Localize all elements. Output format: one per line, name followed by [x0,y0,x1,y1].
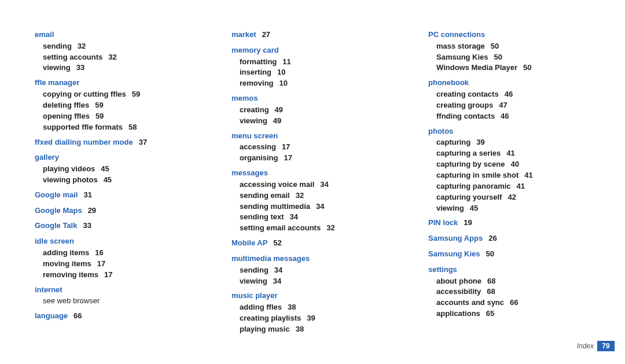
page-ref: 19 [464,218,472,227]
index-subentry[interactable]: copying or cutting ffles59 [35,89,197,100]
index-heading-text: photos [428,127,453,135]
index-heading[interactable]: settings [428,264,590,276]
index-heading[interactable]: gallery [35,152,197,164]
index-subentry[interactable]: capturing in smile shot41 [428,170,590,181]
index-subentry[interactable]: capturing panoramic41 [428,181,590,192]
index-heading[interactable]: PIN lock19 [428,217,590,229]
index-heading-text: phonebook [428,78,469,87]
index-subentry-text: formatting [240,57,277,66]
page-ref: 38 [296,325,304,333]
index-subentry[interactable]: creating playlists39 [231,313,394,324]
index-heading[interactable]: messages [231,167,394,179]
page-ref: 10 [277,68,285,76]
index-heading[interactable]: Google Talk33 [35,220,197,232]
index-subentry[interactable]: capturing a series41 [428,148,590,159]
index-subentry[interactable]: playing videos45 [35,164,197,175]
index-subentry[interactable]: Samsung Kies50 [428,52,590,63]
page-ref: 65 [486,309,494,318]
index-heading[interactable]: Samsung Kies50 [428,248,590,260]
index-subentry[interactable]: formatting11 [231,57,394,68]
index-subentry[interactable]: about phone68 [428,276,590,287]
page-ref: 59 [95,101,103,109]
index-heading[interactable]: email [35,29,197,41]
index-heading[interactable]: ffxed dialling number mode37 [35,137,197,149]
page-ref: 39 [476,138,484,146]
index-heading[interactable]: Mobile AP52 [231,237,394,249]
index-subentry[interactable]: accessing voice mail34 [231,179,394,190]
index-heading-text: Google Maps [35,206,82,215]
page-ref: 32 [296,191,304,200]
index-subentry[interactable]: organising17 [231,153,394,164]
index-heading[interactable]: phonebook [428,77,590,89]
index-subentry[interactable]: removing10 [231,78,394,89]
page-ref: 50 [523,63,531,72]
index-heading[interactable]: memory card [231,45,394,57]
index-subentry-text: copying or cutting ffles [43,90,126,98]
index-subentry[interactable]: setting accounts32 [35,52,197,63]
index-subentry[interactable]: viewing34 [231,276,394,287]
index-subentry[interactable]: sending text34 [231,212,394,223]
index-subentry[interactable]: viewing photos45 [35,175,197,186]
index-note: see web browser [35,296,197,307]
index-subentry[interactable]: viewing33 [35,62,197,73]
index-subentry-text: sending [43,42,72,50]
page-ref: 34 [273,277,281,285]
page-ref: 42 [508,193,516,201]
index-heading[interactable]: Google mail31 [35,189,197,201]
index-subentry[interactable]: sending multimedia34 [231,201,394,212]
index-subentry[interactable]: setting email accounts32 [231,223,394,234]
index-subentry[interactable]: adding items16 [35,248,197,259]
index-subentry[interactable]: sending email32 [231,190,394,201]
index-subentry[interactable]: viewing49 [231,116,394,127]
index-heading-text: PC connections [428,30,485,39]
index-subentry[interactable]: opening ffles59 [35,111,197,122]
index-heading[interactable]: language66 [35,310,197,322]
index-subentry[interactable]: creating49 [231,105,394,116]
index-heading[interactable]: music player [231,290,394,302]
index-subentry-text: viewing [436,204,464,212]
index-subentry[interactable]: mass storage50 [428,41,590,52]
index-heading[interactable]: menu screen [231,130,394,142]
index-heading[interactable]: PC connections [428,29,590,41]
index-subentry[interactable]: creating contacts46 [428,89,590,100]
index-subentry-text: sending text [240,212,284,221]
index-subentry[interactable]: accessing17 [231,142,394,153]
index-subentry[interactable]: inserting10 [231,67,394,78]
index-subentry[interactable]: sending32 [35,41,197,52]
index-heading[interactable]: Samsung Apps26 [428,233,590,245]
index-subentry[interactable]: viewing45 [428,203,590,214]
index-heading-text: memos [231,94,258,102]
index-subentry[interactable]: capturing by scene40 [428,159,590,170]
index-heading[interactable]: multimedia messages [231,253,394,265]
index-subentry[interactable]: applications65 [428,308,590,319]
index-heading-text: messages [231,168,268,177]
index-heading[interactable]: internet [35,284,197,296]
index-subentry[interactable]: playing music38 [231,324,394,335]
index-heading[interactable]: Google Maps29 [35,205,197,217]
index-section: memory cardformatting11inserting10removi… [231,45,394,89]
index-heading-text: Samsung Kies [428,249,480,258]
index-subentry[interactable]: creating groups47 [428,100,590,111]
index-heading[interactable]: memos [231,93,394,105]
index-subentry[interactable]: accounts and sync66 [428,297,590,308]
index-heading[interactable]: market27 [231,29,394,41]
index-subentry-text: capturing panoramic [436,182,511,190]
index-subentry[interactable]: deleting ffles59 [35,100,197,111]
page-ref: 31 [83,190,91,199]
index-subentry[interactable]: ffnding contacts46 [428,111,590,122]
index-subentry[interactable]: supported ffle formats58 [35,122,197,133]
index-subentry[interactable]: accessibility68 [428,286,590,297]
index-subentry-text: deleting ffles [43,101,89,109]
index-subentry[interactable]: Windows Media Player50 [428,62,590,73]
index-subentry[interactable]: removing items17 [35,270,197,281]
index-heading[interactable]: ffle manager [35,77,197,89]
index-heading[interactable]: photos [428,126,590,138]
index-subentry-text: viewing [240,116,267,125]
index-heading[interactable]: idle screen [35,236,197,248]
index-subentry[interactable]: moving items17 [35,259,197,270]
index-subentry[interactable]: capturing yourself42 [428,192,590,203]
index-subentry[interactable]: sending34 [231,265,394,276]
index-subentry[interactable]: adding ffles38 [231,302,394,313]
index-subentry[interactable]: capturing39 [428,137,590,148]
index-section: settingsabout phone68accessibility68acco… [428,264,590,319]
